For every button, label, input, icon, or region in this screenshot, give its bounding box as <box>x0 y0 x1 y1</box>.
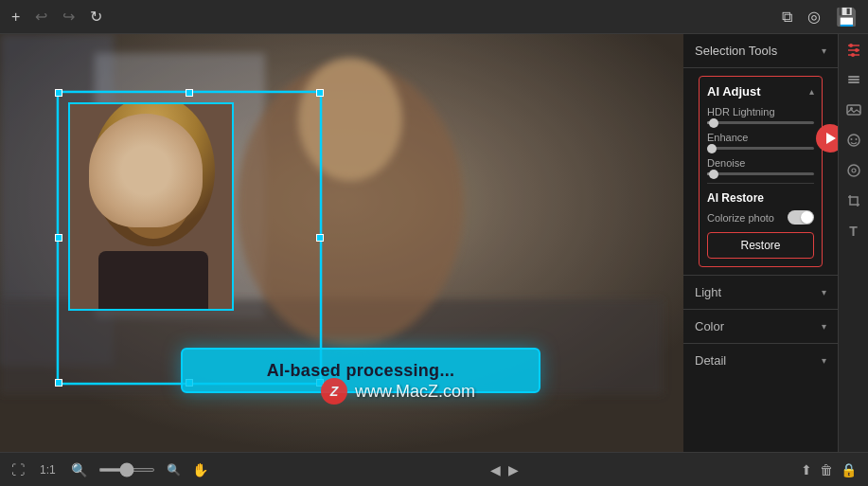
text-icon[interactable]: T <box>849 224 858 239</box>
enhance-slider-track[interactable] <box>707 147 814 150</box>
svg-rect-19 <box>848 76 859 78</box>
panel-content: Selection Tools ▾ AI Adjust ▴ HDR Lightn… <box>683 34 838 452</box>
svg-rect-20 <box>848 79 859 81</box>
light-chevron: ▾ <box>822 287 826 297</box>
restore-button[interactable]: Restore <box>707 232 814 259</box>
ai-restore-section: AI Restore Colorize photo Restore <box>707 183 814 259</box>
svg-point-10 <box>132 177 145 187</box>
crop-icon[interactable] <box>846 193 861 208</box>
watermark-url: www.MacZ.com <box>355 382 475 402</box>
redo-icon[interactable]: ↪ <box>62 8 75 26</box>
inner-portrait <box>68 102 234 311</box>
svg-point-27 <box>848 165 859 176</box>
save-icon[interactable]: 💾 <box>836 7 857 27</box>
colorize-label: Colorize photo <box>707 212 774 224</box>
toggle-knob <box>801 211 813 224</box>
play-button[interactable] <box>816 124 838 153</box>
compare-icon[interactable]: ⧉ <box>782 9 792 26</box>
colorize-row: Colorize photo <box>707 210 814 225</box>
hdr-lightning-label: HDR Lightning <box>707 106 814 117</box>
zoom-slider[interactable] <box>98 468 155 472</box>
add-icon[interactable]: + <box>11 9 20 26</box>
top-toolbar: + ↩ ↪ ↻ ⧉ ◎ 💾 <box>0 0 868 34</box>
refresh-icon[interactable]: ↻ <box>90 8 102 26</box>
enhance-group: Enhance <box>707 132 814 150</box>
color-section[interactable]: Color ▾ <box>683 309 838 343</box>
light-label: Light <box>695 285 721 299</box>
bottom-toolbar: ⛶ 1:1 🔍 🔍 ✋ ◀ ▶ ⬆ 🗑 🔒 <box>0 452 868 486</box>
watermark-logo: Z <box>321 378 347 405</box>
svg-point-28 <box>852 169 856 172</box>
export-icon[interactable]: ⬆ <box>801 462 812 477</box>
nav-controls: ◀ ▶ <box>490 462 519 477</box>
svg-point-11 <box>162 177 175 187</box>
svg-point-12 <box>150 196 157 202</box>
ai-adjust-section: AI Adjust ▴ HDR Lightning <box>699 76 823 267</box>
eye-icon[interactable]: ◎ <box>807 8 821 26</box>
zoom-level: 1:1 <box>36 463 60 477</box>
hdr-slider-track[interactable] <box>707 121 814 124</box>
prev-icon[interactable]: ◀ <box>490 462 501 477</box>
svg-point-8 <box>114 140 193 239</box>
play-icon <box>826 133 836 144</box>
undo-icon[interactable]: ↩ <box>35 8 47 26</box>
svg-rect-9 <box>98 251 208 309</box>
main-content: AI-based processing... Z www.MacZ.com Se… <box>0 34 868 452</box>
enhance-slider-thumb[interactable] <box>707 144 717 153</box>
watermark: Z www.MacZ.com <box>321 378 475 405</box>
selection-box[interactable] <box>57 91 322 385</box>
fit-icon[interactable]: ⛶ <box>11 462 25 477</box>
enhance-label: Enhance <box>707 132 814 143</box>
handle-top-left[interactable] <box>55 89 62 97</box>
ai-adjust-container: AI Adjust ▴ HDR Lightning <box>683 76 838 267</box>
face-icon[interactable] <box>846 133 861 148</box>
svg-point-25 <box>850 138 852 140</box>
svg-point-14 <box>849 44 853 47</box>
selection-tools-label: Selection Tools <box>695 44 777 58</box>
light-section[interactable]: Light ▾ <box>683 275 838 309</box>
bottom-right-icons: ⬆ 🗑 🔒 <box>801 462 857 477</box>
hand-icon[interactable]: ✋ <box>192 462 208 477</box>
zoom-in-icon[interactable]: 🔍 <box>167 463 181 477</box>
image-icon[interactable] <box>846 102 861 117</box>
svg-point-26 <box>855 138 857 140</box>
side-icons-strip: T <box>838 34 868 452</box>
layers-icon[interactable] <box>846 72 861 87</box>
detail-section[interactable]: Detail ▾ <box>683 343 838 377</box>
sliders-icon[interactable] <box>846 42 861 57</box>
colorize-toggle[interactable] <box>788 210 814 225</box>
canvas-area[interactable]: AI-based processing... Z www.MacZ.com <box>0 34 683 452</box>
selection-tools-chevron[interactable]: ▾ <box>822 45 826 56</box>
selection-tools-header[interactable]: Selection Tools ▾ <box>683 34 838 68</box>
delete-icon[interactable]: 🗑 <box>820 462 833 477</box>
handle-top-mid[interactable] <box>186 89 193 97</box>
next-icon[interactable]: ▶ <box>508 462 519 477</box>
denoise-slider-track[interactable] <box>707 172 814 175</box>
handle-mid-left[interactable] <box>55 234 62 242</box>
hdr-lightning-group: HDR Lightning <box>707 106 814 124</box>
svg-point-16 <box>855 48 859 52</box>
ai-adjust-title: AI Adjust <box>707 84 761 99</box>
ai-section-header: AI Adjust ▴ <box>707 84 814 99</box>
ai-restore-title: AI Restore <box>707 191 814 205</box>
lock-icon[interactable]: 🔒 <box>841 462 857 477</box>
ai-adjust-chevron[interactable]: ▴ <box>809 86 814 97</box>
denoise-slider-thumb[interactable] <box>709 170 718 179</box>
hdr-slider-thumb[interactable] <box>709 118 718 128</box>
zoom-out-icon[interactable]: 🔍 <box>71 462 87 477</box>
svg-rect-22 <box>847 105 860 115</box>
color-label: Color <box>695 319 724 333</box>
detail-label: Detail <box>695 353 726 368</box>
detail-chevron: ▾ <box>822 355 826 366</box>
right-inner: Selection Tools ▾ AI Adjust ▴ HDR Lightn… <box>683 34 868 452</box>
handle-mid-right[interactable] <box>316 234 324 242</box>
denoise-label: Denoise <box>707 157 814 169</box>
svg-point-18 <box>851 53 855 57</box>
mask-icon[interactable] <box>846 163 861 178</box>
handle-top-right[interactable] <box>316 89 324 97</box>
color-chevron: ▾ <box>822 321 826 332</box>
denoise-group: Denoise <box>707 157 814 175</box>
right-section: Selection Tools ▾ AI Adjust ▴ HDR Lightn… <box>683 34 868 452</box>
svg-rect-21 <box>848 81 859 83</box>
